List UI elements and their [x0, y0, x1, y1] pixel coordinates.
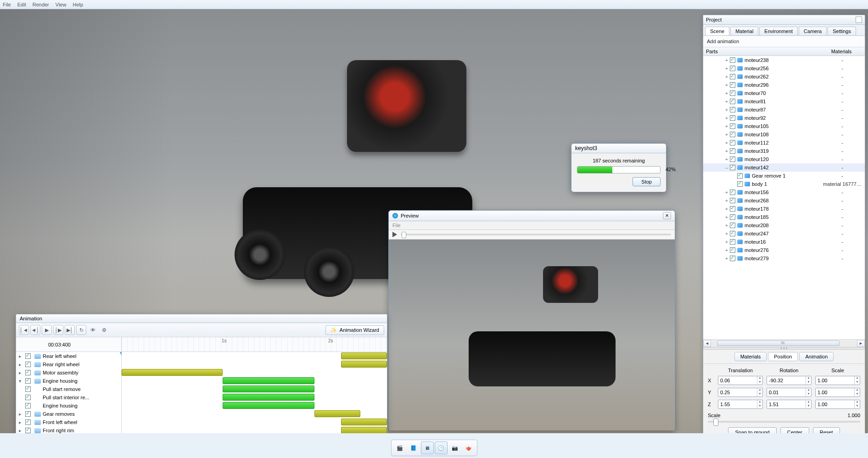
expand-icon[interactable]: + [724, 156, 729, 162]
expand-icon[interactable]: + [724, 82, 729, 88]
subtab-animation[interactable]: Animation [799, 352, 834, 361]
expand-chevron-icon[interactable]: ▸ [19, 362, 23, 368]
menu-view[interactable]: View [56, 2, 67, 7]
visibility-checkbox[interactable] [730, 99, 735, 104]
visibility-checkbox[interactable] [730, 190, 735, 195]
track-bar[interactable] [122, 369, 223, 376]
preview-seek-slider[interactable] [401, 234, 671, 235]
track-bar[interactable] [223, 402, 314, 409]
spin-input[interactable]: ▲▼ [718, 388, 763, 397]
visibility-checkbox[interactable] [730, 140, 735, 145]
expand-chevron-icon[interactable]: ▸ [19, 370, 23, 376]
expand-icon[interactable]: + [724, 239, 729, 245]
visibility-checkbox[interactable] [730, 90, 735, 96]
tree-row[interactable]: +moteur208- [703, 221, 865, 229]
expand-icon[interactable]: + [724, 66, 729, 71]
tree-row[interactable]: +moteur276- [703, 246, 865, 254]
expand-icon[interactable]: + [724, 148, 729, 154]
spin-value[interactable] [767, 388, 806, 397]
expand-icon[interactable]: + [724, 190, 729, 195]
expand-icon[interactable]: + [724, 132, 729, 137]
track-row[interactable]: ▸Motor assembly [16, 369, 121, 377]
col-parts[interactable]: Parts [706, 49, 821, 54]
track-row[interactable]: ▸Gear removes [16, 410, 121, 418]
pin-icon[interactable] [856, 17, 862, 23]
visibility-checkbox[interactable] [730, 165, 735, 170]
track-checkbox[interactable] [25, 395, 31, 400]
track-row[interactable]: Pull start interior re... [16, 393, 121, 402]
track-bar[interactable] [341, 361, 387, 368]
step-back-button[interactable]: ◄│ [30, 325, 40, 335]
track-bar[interactable] [341, 427, 387, 434]
expand-icon[interactable]: + [724, 231, 729, 236]
track-bar[interactable] [223, 394, 314, 401]
track-bar[interactable] [223, 377, 314, 384]
tab-settings[interactable]: Settings [828, 27, 856, 35]
expand-icon[interactable]: + [724, 74, 729, 79]
menu-edit[interactable]: Edit [17, 2, 26, 7]
spin-value[interactable] [718, 400, 757, 408]
track-checkbox[interactable] [25, 362, 31, 367]
spin-value[interactable] [718, 376, 757, 385]
track-bar[interactable] [341, 419, 387, 425]
visibility-checkbox[interactable] [730, 206, 735, 212]
tool-clapper-icon[interactable]: 🎬 [393, 441, 406, 454]
spin-input[interactable]: ▲▼ [767, 376, 812, 385]
preview-eye-icon[interactable]: 👁 [88, 325, 98, 335]
scale-slider[interactable] [708, 421, 860, 423]
tree-row[interactable]: +moteur16- [703, 238, 865, 246]
track-row[interactable]: Pull start remove [16, 385, 121, 393]
expand-icon[interactable]: + [724, 57, 729, 63]
expand-icon[interactable]: + [724, 90, 729, 96]
expand-icon[interactable]: + [724, 107, 729, 112]
spin-input[interactable]: ▲▼ [767, 400, 812, 409]
track-row[interactable]: ▸Rear left wheel [16, 352, 121, 360]
loop-button[interactable]: ↻ [76, 325, 86, 335]
tree-hscroll[interactable]: ◄III► [703, 339, 865, 347]
track-checkbox[interactable] [25, 370, 31, 375]
tree-row[interactable]: +moteur92- [703, 114, 865, 122]
menu-render[interactable]: Render [33, 2, 49, 7]
tree-row[interactable]: +moteur112- [703, 139, 865, 147]
track-checkbox[interactable] [25, 386, 31, 392]
tree-row[interactable]: +moteur247- [703, 229, 865, 238]
tool-camera-icon[interactable]: 📷 [448, 441, 461, 454]
spin-value[interactable] [767, 400, 806, 408]
stop-button[interactable]: Stop [633, 177, 661, 186]
expand-chevron-icon[interactable]: ▸ [19, 411, 23, 417]
visibility-checkbox[interactable] [730, 107, 735, 112]
visibility-checkbox[interactable] [730, 231, 735, 236]
visibility-checkbox[interactable] [730, 156, 735, 162]
menu-file[interactable]: File [3, 2, 11, 7]
visibility-checkbox[interactable] [730, 115, 735, 121]
track-row[interactable]: Engine housing [16, 402, 121, 410]
spin-value[interactable] [718, 388, 757, 397]
tree-row[interactable]: body 1material 16777… [703, 180, 865, 188]
expand-icon[interactable]: + [724, 256, 729, 261]
spin-input[interactable]: ▲▼ [718, 376, 763, 385]
expand-chevron-icon[interactable]: ▸ [19, 419, 23, 425]
spin-input[interactable]: ▲▼ [815, 400, 860, 409]
col-materials[interactable]: Materials [821, 49, 862, 54]
parts-tree[interactable]: +moteur238-+moteur256-+moteur262-+moteur… [703, 56, 865, 339]
track-bar[interactable] [223, 385, 314, 392]
timeline-ruler[interactable]: 00:03:400 1s 2s [16, 337, 387, 352]
expand-chevron-icon[interactable]: ▸ [19, 428, 23, 434]
tree-row[interactable]: +moteur256- [703, 64, 865, 73]
tree-row[interactable]: +moteur279- [703, 254, 865, 263]
track-bar[interactable] [341, 352, 387, 359]
track-checkbox[interactable] [25, 403, 31, 408]
spin-value[interactable] [816, 400, 854, 408]
expand-icon[interactable]: + [724, 214, 729, 220]
tree-row[interactable]: +moteur262- [703, 73, 865, 81]
track-checkbox[interactable] [25, 411, 31, 417]
spin-value[interactable] [816, 388, 854, 397]
spin-input[interactable]: ▲▼ [718, 400, 763, 409]
spin-value[interactable] [767, 376, 806, 385]
expand-icon[interactable]: + [724, 140, 729, 145]
tree-row[interactable]: –moteur142- [703, 163, 865, 172]
tree-row[interactable]: Gear remove 1- [703, 172, 865, 180]
visibility-checkbox[interactable] [730, 123, 735, 129]
track-row[interactable]: ▸Front left wheel [16, 418, 121, 426]
spin-input[interactable]: ▲▼ [815, 376, 860, 385]
